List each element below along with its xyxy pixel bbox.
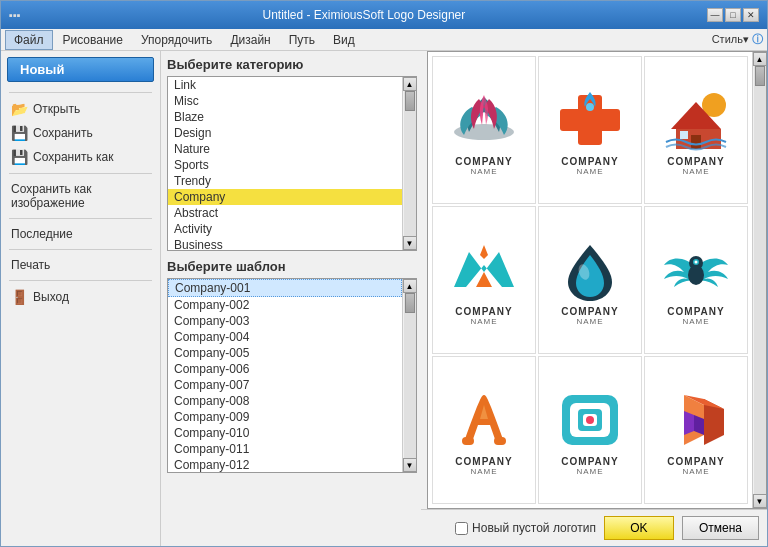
- company-name-4: COMPANY: [455, 306, 512, 317]
- template-item-2[interactable]: Company-003: [168, 313, 402, 329]
- save-as-item[interactable]: 💾 Сохранить как: [1, 145, 160, 169]
- scroll-down-btn[interactable]: ▼: [403, 236, 417, 250]
- logo-img-5: [545, 234, 635, 304]
- tmpl-scroll-up[interactable]: ▲: [403, 279, 417, 293]
- company-name-6: COMPANY: [667, 306, 724, 317]
- template-item-8[interactable]: Company-009: [168, 409, 402, 425]
- exit-item[interactable]: 🚪 Выход: [1, 285, 160, 309]
- style-label: Стиль▾ ⓘ: [712, 32, 763, 47]
- template-list[interactable]: Company-001Company-002Company-003Company…: [168, 279, 402, 472]
- minimize-button[interactable]: —: [707, 8, 723, 22]
- category-item-3[interactable]: Design: [168, 125, 402, 141]
- svg-rect-17: [462, 437, 474, 445]
- save-image-item[interactable]: Сохранить как изображение: [1, 178, 160, 214]
- grid-scroll-thumb[interactable]: [755, 66, 765, 86]
- logo-img-3: [651, 84, 741, 154]
- category-item-10[interactable]: Business: [168, 237, 402, 250]
- recent-item[interactable]: Последние: [1, 223, 160, 245]
- company-sub-3: NAME: [682, 167, 709, 176]
- save-item[interactable]: 💾 Сохранить: [1, 121, 160, 145]
- menu-path[interactable]: Путь: [281, 31, 323, 49]
- left-section: Выберите категорию LinkMiscBlazeDesignNa…: [161, 51, 421, 546]
- grid-scroll-track: [754, 66, 766, 494]
- logo-cell-3[interactable]: COMPANY NAME: [644, 56, 748, 204]
- category-item-9[interactable]: Activity: [168, 221, 402, 237]
- logo-img-7: [439, 384, 529, 454]
- category-item-0[interactable]: Link: [168, 77, 402, 93]
- menu-view[interactable]: Вид: [325, 31, 363, 49]
- company-name-3: COMPANY: [667, 156, 724, 167]
- logo-cell-7[interactable]: COMPANY NAME: [432, 356, 536, 504]
- svg-marker-10: [476, 272, 492, 287]
- new-button[interactable]: Новый: [7, 57, 154, 82]
- category-list[interactable]: LinkMiscBlazeDesignNatureSportsTrendyCom…: [168, 77, 402, 250]
- template-item-1[interactable]: Company-002: [168, 297, 402, 313]
- content-split: Выберите категорию LinkMiscBlazeDesignNa…: [161, 51, 767, 546]
- category-item-6[interactable]: Trendy: [168, 173, 402, 189]
- template-item-0[interactable]: Company-001: [168, 279, 402, 297]
- logo-cell-9[interactable]: COMPANY NAME: [644, 356, 748, 504]
- template-item-6[interactable]: Company-007: [168, 377, 402, 393]
- template-scrollbar[interactable]: ▲ ▼: [402, 279, 416, 472]
- save-as-icon: 💾: [11, 149, 27, 165]
- category-item-5[interactable]: Sports: [168, 157, 402, 173]
- divider-4: [9, 249, 152, 250]
- template-item-5[interactable]: Company-006: [168, 361, 402, 377]
- open-item[interactable]: 📂 Открыть: [1, 97, 160, 121]
- template-item-9[interactable]: Company-010: [168, 425, 402, 441]
- bottom-bar: Новый пустой логотип OK Отмена: [421, 509, 767, 546]
- template-item-10[interactable]: Company-011: [168, 441, 402, 457]
- print-item[interactable]: Печать: [1, 254, 160, 276]
- open-icon: 📂: [11, 101, 27, 117]
- template-item-3[interactable]: Company-004: [168, 329, 402, 345]
- menu-draw[interactable]: Рисование: [55, 31, 131, 49]
- template-item-7[interactable]: Company-008: [168, 393, 402, 409]
- category-item-8[interactable]: Abstract: [168, 205, 402, 221]
- logo-cell-2[interactable]: COMPANY NAME: [538, 56, 642, 204]
- grid-scroll-up[interactable]: ▲: [753, 52, 767, 66]
- logo-img-9: [651, 384, 741, 454]
- category-label: Выберите категорию: [167, 57, 417, 72]
- menu-arrange[interactable]: Упорядочить: [133, 31, 220, 49]
- logo-cell-8[interactable]: COMPANY NAME: [538, 356, 642, 504]
- tmpl-scroll-down[interactable]: ▼: [403, 458, 417, 472]
- category-item-7[interactable]: Company: [168, 189, 402, 205]
- category-item-1[interactable]: Misc: [168, 93, 402, 109]
- new-empty-logo-label[interactable]: Новый пустой логотип: [455, 521, 596, 535]
- logo-section: COMPANY NAME: [421, 51, 767, 546]
- grid-scrollbar[interactable]: ▲ ▼: [752, 52, 766, 508]
- window-title: Untitled - EximiousSoft Logo Designer: [21, 8, 707, 22]
- ok-button[interactable]: OK: [604, 516, 674, 540]
- svg-rect-8: [680, 131, 688, 139]
- menu-file[interactable]: Файл: [5, 30, 53, 50]
- menu-design[interactable]: Дизайн: [222, 31, 278, 49]
- company-name-1: COMPANY: [455, 156, 512, 167]
- svg-rect-18: [494, 437, 506, 445]
- category-item-2[interactable]: Blaze: [168, 109, 402, 125]
- template-item-11[interactable]: Company-012: [168, 457, 402, 472]
- template-list-container: Company-001Company-002Company-003Company…: [167, 278, 417, 473]
- cancel-button[interactable]: Отмена: [682, 516, 759, 540]
- scroll-thumb[interactable]: [405, 91, 415, 111]
- logo-cell-6[interactable]: COMPANY NAME: [644, 206, 748, 354]
- company-sub-1: NAME: [470, 167, 497, 176]
- grid-scroll-down[interactable]: ▼: [753, 494, 767, 508]
- logo-cell-5[interactable]: COMPANY NAME: [538, 206, 642, 354]
- company-name-9: COMPANY: [667, 456, 724, 467]
- menu-bar: Файл Рисование Упорядочить Дизайн Путь В…: [1, 29, 767, 51]
- logo-grid-container: COMPANY NAME: [427, 51, 767, 509]
- tmpl-scroll-thumb[interactable]: [405, 293, 415, 313]
- company-sub-5: NAME: [576, 317, 603, 326]
- scroll-up-btn[interactable]: ▲: [403, 77, 417, 91]
- category-scrollbar[interactable]: ▲ ▼: [402, 77, 416, 250]
- logo-cell-1[interactable]: COMPANY NAME: [432, 56, 536, 204]
- category-item-4[interactable]: Nature: [168, 141, 402, 157]
- logo-cell-4[interactable]: COMPANY NAME: [432, 206, 536, 354]
- new-empty-logo-checkbox[interactable]: [455, 522, 468, 535]
- close-button[interactable]: ✕: [743, 8, 759, 22]
- template-item-4[interactable]: Company-005: [168, 345, 402, 361]
- template-label: Выберите шаблон: [167, 259, 417, 274]
- company-name-7: COMPANY: [455, 456, 512, 467]
- maximize-button[interactable]: □: [725, 8, 741, 22]
- logo-grid[interactable]: COMPANY NAME: [428, 52, 752, 508]
